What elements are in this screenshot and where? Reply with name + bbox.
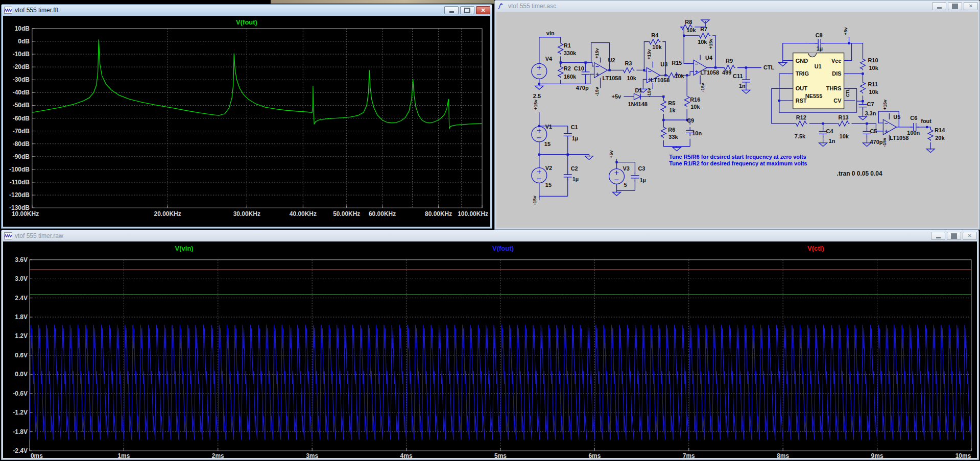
svg-text:1n: 1n (829, 138, 835, 144)
svg-text:+5v: +5v (612, 93, 622, 100)
fft-window: vtof 555 timer.fft ✕ 10dB0dB-10dB-20dB-3… (1, 4, 492, 229)
svg-text:20.00KHz: 20.00KHz (154, 210, 181, 217)
svg-text:15: 15 (545, 182, 552, 188)
svg-text:100n: 100n (907, 130, 920, 136)
svg-text:LT1058: LT1058 (651, 77, 670, 83)
waveform-minimize-button[interactable] (931, 232, 945, 240)
svg-text:C8: C8 (816, 32, 823, 38)
svg-text:CV: CV (833, 98, 842, 104)
waveform-window-title: vtof 555 timer.raw (15, 232, 929, 239)
svg-text:C5: C5 (870, 128, 877, 134)
ground-symbol (673, 148, 681, 151)
svg-text:5ms: 5ms (494, 452, 507, 458)
resistor-symbol (558, 66, 563, 78)
svg-text:C6: C6 (910, 115, 917, 121)
svg-text:-15v: -15v (647, 88, 652, 97)
svg-text:R1: R1 (564, 42, 571, 48)
svg-text:1N4148: 1N4148 (628, 101, 647, 107)
waveform-icon (4, 232, 12, 239)
svg-text:0ms: 0ms (31, 452, 43, 458)
svg-text:-15v: -15v (882, 138, 887, 147)
svg-text:+5v: +5v (609, 150, 614, 158)
svg-text:U1: U1 (815, 63, 822, 69)
svg-text:LT1058: LT1058 (890, 135, 909, 141)
fft-minimize-button[interactable] (444, 6, 459, 14)
schematic-close-button[interactable]: ✕ (964, 2, 978, 10)
svg-text:U3: U3 (660, 62, 667, 68)
svg-text:-70dB: -70dB (13, 128, 30, 135)
resistor-symbol (661, 100, 666, 112)
svg-text:R4: R4 (651, 32, 659, 38)
svg-text:Tune R1/R2 for desired frequen: Tune R1/R2 for desired frequency at maxi… (669, 160, 807, 166)
svg-text:470p: 470p (576, 85, 589, 91)
diode-symbol (634, 93, 640, 100)
svg-text:R3: R3 (625, 60, 632, 66)
opamp-symbol (883, 119, 896, 135)
svg-text:2ms: 2ms (212, 452, 224, 458)
svg-text:V3: V3 (623, 165, 629, 172)
svg-text:1µ: 1µ (572, 135, 578, 141)
resistor-symbol (684, 95, 689, 107)
svg-text:R2: R2 (564, 65, 571, 71)
raw-legend-V(vin): V(vin) (175, 245, 194, 252)
svg-text:30.00KHz: 30.00KHz (233, 210, 260, 217)
capacitor-symbol (564, 130, 572, 139)
ground-symbol (535, 86, 543, 89)
svg-text:9ms: 9ms (871, 452, 883, 458)
schematic-restore-button[interactable] (948, 2, 962, 10)
svg-text:-50dB: -50dB (13, 102, 30, 109)
svg-text:-120dB: -120dB (9, 191, 30, 199)
schematic-titlebar[interactable]: vtof 555 timer.asc ✕ (495, 1, 979, 12)
waveform-titlebar[interactable]: vtof 555 timer.raw ✕ (2, 230, 978, 241)
svg-text:-1.2V: -1.2V (13, 409, 28, 416)
svg-text:-40dB: -40dB (13, 89, 30, 96)
svg-text:THRS: THRS (826, 85, 842, 91)
capacitor-symbol (631, 173, 639, 182)
fft-close-button[interactable]: ✕ (476, 6, 490, 14)
fft-plot-area[interactable]: 10dB0dB-10dB-20dB-30dB-40dB-50dB-60dB-70… (3, 16, 490, 227)
ground-symbol (926, 149, 935, 153)
waveform-plot-area[interactable]: 3.6V3.0V2.4V1.8V1.2V0.6V0.0V-0.6V-1.2V-1… (3, 241, 977, 458)
svg-text:DIS: DIS (832, 70, 841, 77)
svg-text:10k: 10k (686, 27, 696, 33)
fft-restore-button[interactable] (460, 6, 474, 14)
svg-text:7.5k: 7.5k (795, 133, 806, 139)
resistor-symbol (698, 33, 710, 38)
svg-text:C9: C9 (687, 117, 694, 124)
waveform-close-button[interactable]: ✕ (963, 232, 977, 240)
svg-text:10k: 10k (869, 65, 878, 71)
svg-text:-15v: -15v (532, 196, 537, 205)
svg-text:R11: R11 (868, 81, 878, 87)
svg-text:C3: C3 (638, 165, 645, 172)
svg-text:-110dB: -110dB (10, 179, 30, 186)
svg-text:+5v: +5v (843, 28, 848, 35)
fft-titlebar[interactable]: vtof 555 timer.fft ✕ (2, 5, 492, 16)
svg-text:-90dB: -90dB (13, 153, 30, 160)
schematic-canvas[interactable]: vinV42.5R1330kR2C10160k470pU2LT105810kR3… (496, 12, 978, 228)
svg-text:Tune R5/R6 for desired start f: Tune R5/R6 for desired start frequency a… (669, 154, 806, 160)
svg-text:50.00KHz: 50.00KHz (333, 210, 360, 217)
svg-text:R14: R14 (935, 127, 945, 133)
svg-text:1k: 1k (669, 107, 676, 113)
resistor-symbol (622, 67, 634, 72)
svg-text:80.00KHz: 80.00KHz (425, 210, 452, 217)
svg-text:5: 5 (624, 182, 627, 188)
svg-text:TRIG: TRIG (796, 70, 809, 77)
svg-text:-15v: -15v (700, 83, 705, 92)
svg-text:-20dB: -20dB (13, 63, 30, 70)
svg-text:GND: GND (796, 58, 808, 64)
svg-text:10n: 10n (692, 130, 702, 136)
svg-text:R13: R13 (839, 114, 849, 120)
fft-legend: V(fout) (236, 18, 257, 26)
svg-text:499: 499 (722, 69, 731, 76)
svg-text:-1.8V: -1.8V (13, 428, 28, 435)
waveform-restore-button[interactable] (947, 232, 961, 240)
svg-text:D1: D1 (635, 87, 642, 93)
svg-text:10k: 10k (627, 75, 636, 81)
svg-text:+15v: +15v (533, 100, 538, 110)
svg-text:10k: 10k (690, 104, 700, 110)
raw-legend-V(ctl): V(ctl) (807, 245, 824, 252)
svg-text:33k: 33k (668, 134, 678, 140)
schematic-minimize-button[interactable] (932, 2, 946, 10)
resistor-symbol (558, 42, 563, 55)
